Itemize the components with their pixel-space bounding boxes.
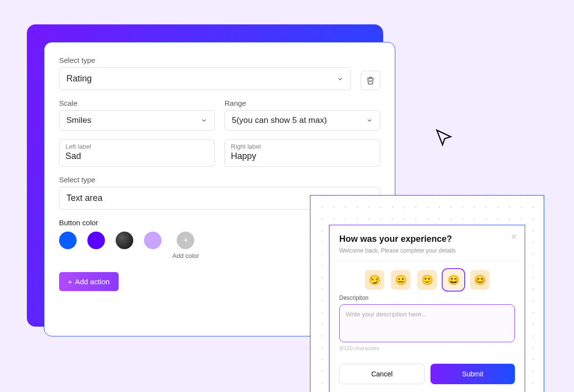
close-icon[interactable]: ✕	[511, 232, 517, 241]
chevron-down-icon	[201, 117, 207, 124]
plus-icon: +	[68, 277, 72, 286]
emoji-option[interactable]: 🙂	[417, 270, 437, 290]
add-action-button[interactable]: + Add action	[59, 272, 119, 291]
add-color-caption: Add color	[172, 252, 199, 259]
left-label-input[interactable]: Left label Sad	[59, 139, 215, 167]
delete-button[interactable]	[361, 71, 380, 90]
color-swatch[interactable]	[116, 232, 133, 249]
emoji-option[interactable]: 😄	[444, 270, 463, 290]
color-swatch[interactable]	[87, 232, 105, 249]
range-label: Range	[225, 99, 380, 107]
preview-subtitle: Welcome back, Please complete your detai…	[339, 247, 515, 254]
right-label-input[interactable]: Right label Happy	[225, 139, 380, 167]
trash-icon	[366, 76, 375, 85]
add-color-button[interactable]: +	[177, 232, 194, 249]
plus-icon: +	[183, 235, 188, 246]
add-action-label: Add action	[75, 277, 110, 286]
preview-frame: How was your experience? Welcome back, P…	[310, 195, 544, 392]
scale-value: Smiles	[66, 116, 91, 125]
chevron-down-icon	[337, 76, 344, 82]
cancel-button[interactable]: Cancel	[339, 364, 425, 384]
char-count: 0/120 characters	[339, 345, 515, 351]
type-select[interactable]: Rating	[59, 67, 351, 90]
scale-select[interactable]: Smiles	[59, 110, 215, 131]
description-label: Descripiton	[339, 294, 515, 301]
range-value: 5(you can show 5 at max)	[232, 116, 327, 125]
emoji-option[interactable]: 😏	[365, 270, 384, 290]
emoji-option[interactable]: 😊	[470, 270, 490, 290]
color-swatch[interactable]	[144, 232, 162, 249]
preview-card: How was your experience? Welcome back, P…	[329, 225, 525, 392]
left-label-caption: Left label	[65, 143, 208, 150]
type-value: Rating	[66, 74, 92, 84]
submit-button[interactable]: Submit	[430, 364, 515, 384]
cursor-icon	[434, 128, 454, 147]
right-label-caption: Right label	[231, 143, 374, 150]
color-swatch[interactable]	[59, 232, 77, 249]
right-label-value: Happy	[231, 151, 374, 161]
emoji-option[interactable]: 😐	[391, 270, 410, 290]
scale-label: Scale	[59, 99, 215, 107]
range-select[interactable]: 5(you can show 5 at max)	[225, 110, 380, 131]
left-label-value: Sad	[65, 151, 208, 161]
preview-title: How was your experience?	[339, 234, 515, 244]
type-label: Select type	[59, 56, 351, 64]
type2-label: Select type	[59, 176, 380, 184]
emoji-row: 😏 😐 🙂 😄 😊	[329, 261, 525, 294]
type2-value: Text area	[66, 193, 102, 203]
description-textarea[interactable]: Write your description here...	[339, 304, 515, 342]
chevron-down-icon	[366, 117, 373, 124]
